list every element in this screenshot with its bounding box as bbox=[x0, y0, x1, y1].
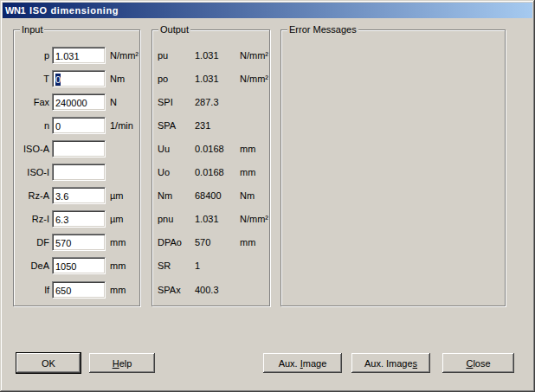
output-row-value-DPAo: 570 bbox=[195, 236, 210, 248]
output-groupbox-label: Output bbox=[158, 24, 190, 35]
input-row-label-ISO-A: ISO-A bbox=[9, 143, 49, 155]
aux-image-button-label: Aux. Image bbox=[279, 358, 327, 369]
output-row-value-pnu: 1.031 bbox=[195, 213, 219, 225]
input-row-label-DeA: DeA bbox=[9, 260, 49, 272]
input-row-label-Fax: Fax bbox=[9, 96, 49, 108]
input-row-unit-DF: mm bbox=[110, 236, 126, 248]
output-row-label-SR: SR bbox=[158, 260, 171, 272]
output-row-label-Nm: Nm bbox=[158, 190, 172, 202]
input-row-unit-T: Nm bbox=[110, 73, 125, 85]
input-field-lf[interactable]: 650 bbox=[52, 281, 106, 299]
input-row-label-Rz-I: Rz-I bbox=[9, 213, 49, 225]
aux-images-button-label: Aux. Images bbox=[364, 358, 417, 369]
input-field-T[interactable]: 0 bbox=[52, 70, 106, 87]
input-row-label-lf: lf bbox=[9, 284, 49, 296]
input-row-unit-Rz-I: µm bbox=[110, 213, 124, 225]
aux-images-button[interactable]: Aux. Images bbox=[351, 353, 430, 373]
close-button[interactable]: Close bbox=[442, 353, 514, 373]
input-row-label-n: n bbox=[9, 119, 49, 132]
output-row-value-SR: 1 bbox=[195, 260, 200, 272]
input-row-label-p: p bbox=[9, 49, 49, 61]
input-row-label-Rz-A: Rz-A bbox=[9, 190, 49, 202]
input-field-ISO-A[interactable] bbox=[52, 140, 106, 157]
output-row-unit-Nm: Nm bbox=[240, 190, 255, 202]
title-app-name: WN1 bbox=[5, 5, 25, 16]
error-messages-groupbox: Error Messages bbox=[280, 29, 506, 306]
dialog-window: WN1 ISO dimensioning Input Output Error … bbox=[0, 0, 535, 392]
output-row-value-SPI: 287.3 bbox=[195, 96, 219, 108]
input-groupbox-label: Input bbox=[20, 24, 44, 35]
input-row-unit-p: N/mm² bbox=[110, 49, 139, 61]
input-field-p[interactable]: 1.031 bbox=[52, 47, 106, 64]
close-button-label: Close bbox=[466, 358, 490, 369]
input-row-label-ISO-I: ISO-I bbox=[9, 166, 49, 178]
output-row-unit-po: N/mm² bbox=[240, 73, 268, 85]
selected-text: 0 bbox=[55, 74, 61, 86]
error-messages-groupbox-label: Error Messages bbox=[287, 24, 358, 35]
ok-button[interactable]: OK bbox=[16, 352, 81, 374]
output-row-label-DPAo: DPAo bbox=[158, 236, 182, 248]
output-row-unit-Uo: mm bbox=[240, 166, 255, 178]
title-document-name: ISO dimensioning bbox=[29, 5, 119, 16]
output-row-unit-pu: N/mm² bbox=[240, 49, 268, 61]
input-field-n[interactable]: 0 bbox=[52, 117, 106, 134]
output-row-value-pu: 1.031 bbox=[195, 49, 219, 61]
output-row-label-SPAx: SPAx bbox=[158, 284, 181, 296]
input-row-unit-DeA: mm bbox=[110, 260, 126, 272]
output-row-value-Uo: 0.0168 bbox=[195, 166, 224, 178]
output-row-value-Nm: 68400 bbox=[195, 190, 222, 202]
output-row-unit-DPAo: mm bbox=[240, 236, 255, 248]
output-row-label-SPI: SPI bbox=[158, 96, 173, 108]
output-row-label-pnu: pnu bbox=[158, 213, 173, 225]
output-row-label-Uu: Uu bbox=[158, 143, 170, 155]
input-row-label-T: T bbox=[9, 73, 49, 85]
help-button-label: Help bbox=[113, 358, 132, 369]
output-row-unit-Uu: mm bbox=[240, 143, 255, 155]
output-row-value-SPA: 231 bbox=[195, 119, 210, 132]
aux-image-button[interactable]: Aux. Image bbox=[263, 353, 342, 373]
output-row-label-pu: pu bbox=[158, 49, 168, 61]
ok-button-label: OK bbox=[42, 358, 55, 369]
input-field-Fax[interactable]: 240000 bbox=[52, 93, 106, 111]
help-button[interactable]: Help bbox=[89, 353, 155, 373]
output-row-label-Uo: Uo bbox=[158, 166, 170, 178]
input-field-Rz-I[interactable]: 6.3 bbox=[52, 210, 106, 228]
output-row-value-po: 1.031 bbox=[195, 73, 219, 85]
input-field-Rz-A[interactable]: 3.6 bbox=[52, 187, 106, 204]
input-row-unit-n: 1/min bbox=[110, 119, 133, 132]
input-field-DF[interactable]: 570 bbox=[52, 234, 106, 251]
output-row-unit-pnu: N/mm² bbox=[240, 213, 268, 225]
output-row-label-SPA: SPA bbox=[158, 119, 176, 132]
input-field-ISO-I[interactable] bbox=[52, 164, 106, 181]
input-row-label-DF: DF bbox=[9, 236, 49, 248]
title-bar: WN1 ISO dimensioning bbox=[3, 3, 532, 18]
output-row-value-Uu: 0.0168 bbox=[195, 143, 224, 155]
output-row-label-po: po bbox=[158, 73, 168, 85]
input-row-unit-Fax: N bbox=[110, 96, 117, 108]
input-row-unit-Rz-A: µm bbox=[110, 190, 124, 202]
output-row-value-SPAx: 400.3 bbox=[195, 284, 219, 296]
input-row-unit-lf: mm bbox=[110, 284, 126, 296]
input-field-DeA[interactable]: 1050 bbox=[52, 257, 106, 274]
